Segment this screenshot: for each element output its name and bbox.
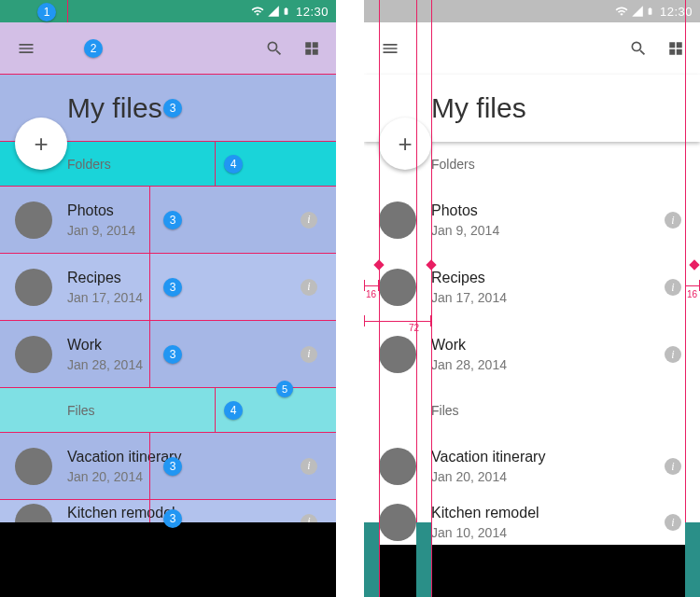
signal-icon — [631, 5, 644, 18]
grid-icon — [303, 40, 320, 57]
hamburger-icon — [17, 39, 35, 58]
item-subtitle: Jan 9, 2014 — [431, 222, 665, 239]
app-toolbar — [0, 22, 336, 75]
item-title: Kitchen remodel — [67, 504, 301, 522]
folder-avatar — [379, 336, 416, 373]
view-grid-button[interactable] — [293, 22, 330, 75]
view-grid-button[interactable] — [657, 22, 694, 75]
item-subtitle: Jan 17, 2014 — [431, 289, 665, 306]
section-label: Files — [67, 403, 95, 418]
folder-avatar — [15, 269, 52, 306]
menu-button[interactable] — [364, 22, 416, 75]
menu-button[interactable] — [0, 22, 52, 75]
search-button[interactable] — [256, 22, 293, 75]
info-icon[interactable]: i — [665, 346, 681, 363]
item-subtitle: Jan 28, 2014 — [67, 356, 301, 373]
battery-icon — [646, 5, 654, 18]
annotation-badge-2: 2 — [84, 39, 103, 58]
info-icon[interactable]: i — [301, 458, 317, 475]
info-icon[interactable]: i — [665, 458, 681, 475]
folder-avatar — [379, 269, 416, 306]
plus-icon: + — [34, 130, 48, 159]
annotation-badge-1: 1 — [37, 3, 56, 21]
search-icon — [629, 39, 648, 58]
list-item[interactable]: Recipes Jan 17, 2014 i — [364, 254, 700, 321]
info-icon[interactable]: i — [301, 279, 317, 296]
item-subtitle: Jan 10, 2014 — [431, 524, 665, 541]
grid-icon — [667, 40, 684, 57]
annotation-badge-3d: 3 — [163, 345, 182, 364]
file-avatar — [15, 448, 52, 485]
fab-add[interactable]: + — [15, 118, 67, 170]
black-mask-left — [0, 522, 336, 597]
file-avatar — [379, 448, 416, 485]
fab-add[interactable]: + — [379, 118, 431, 170]
section-label: Folders — [431, 157, 475, 172]
info-icon[interactable]: i — [665, 514, 681, 531]
spec-phone-left: 12:30 My files + Folders Phot — [0, 0, 336, 597]
annotation-badge-3: 3 — [163, 99, 182, 118]
search-icon — [265, 39, 284, 58]
battery-icon — [282, 5, 290, 18]
search-button[interactable] — [620, 22, 657, 75]
folder-avatar — [15, 201, 52, 239]
item-title: Photos — [431, 201, 665, 220]
status-time: 12:30 — [660, 5, 693, 19]
plus-icon: + — [398, 130, 412, 159]
page-title: My files — [431, 92, 526, 124]
item-title: Recipes — [67, 269, 301, 287]
item-subtitle: Jan 28, 2014 — [431, 356, 665, 373]
item-title: Work — [67, 336, 301, 354]
item-title: Recipes — [431, 269, 665, 287]
wifi-icon — [250, 5, 265, 18]
dim-label-72: 72 — [409, 323, 419, 333]
annotation-badge-3b: 3 — [163, 211, 182, 229]
item-title: Work — [431, 336, 665, 354]
info-icon[interactable]: i — [301, 346, 317, 363]
annotation-badge-4b: 4 — [224, 401, 243, 420]
list-item[interactable]: Vacation itinerary Jan 20, 2014 i — [364, 433, 700, 500]
item-title: Vacation itinerary — [431, 448, 665, 466]
file-avatar — [379, 504, 416, 541]
annotation-badge-4: 4 — [224, 155, 243, 174]
section-label: Folders — [67, 157, 111, 172]
spec-phone-right: 12:30 My files + Folders Phot — [364, 0, 700, 597]
item-title: Photos — [67, 201, 301, 220]
info-icon[interactable]: i — [301, 212, 317, 229]
info-icon[interactable]: i — [665, 279, 681, 296]
wifi-icon — [614, 5, 629, 18]
annotation-badge-5: 5 — [276, 381, 293, 397]
dim-label-16b: 16 — [687, 289, 697, 299]
item-subtitle: Jan 17, 2014 — [67, 289, 301, 306]
hamburger-icon — [381, 39, 399, 58]
app-toolbar — [364, 22, 700, 75]
folder-avatar — [15, 336, 52, 373]
status-bar: 12:30 — [364, 0, 700, 22]
item-subtitle: Jan 9, 2014 — [67, 222, 301, 239]
annotation-badge-3c: 3 — [163, 278, 182, 297]
item-subtitle: Jan 20, 2014 — [431, 468, 665, 485]
info-icon[interactable]: i — [665, 212, 681, 229]
item-title: Vacation itinerary — [67, 448, 301, 466]
signal-icon — [267, 5, 280, 18]
item-subtitle: Jan 20, 2014 — [67, 468, 301, 485]
folder-avatar — [379, 201, 416, 239]
status-time: 12:30 — [296, 5, 329, 19]
annotation-badge-3e: 3 — [163, 457, 182, 476]
dim-label-16: 16 — [366, 289, 376, 299]
list-item[interactable]: Kitchen remodel Jan 10, 2014 i — [364, 500, 700, 545]
item-title: Kitchen remodel — [431, 504, 665, 522]
page-title: My files — [67, 92, 162, 124]
section-header-files: Files — [364, 388, 700, 433]
section-label: Files — [431, 403, 459, 418]
annotation-badge-3f: 3 — [163, 509, 182, 528]
list-item[interactable]: Photos Jan 9, 2014 i — [364, 187, 700, 254]
